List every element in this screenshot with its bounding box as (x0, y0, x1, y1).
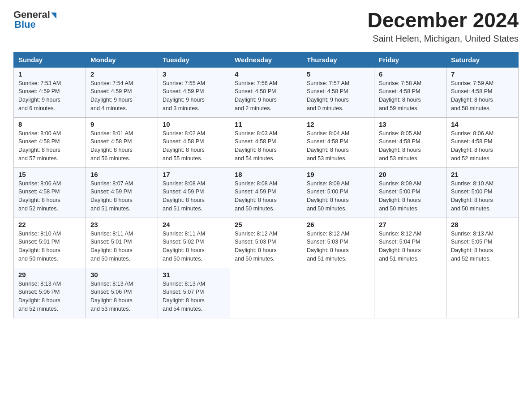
calendar-cell: 14 Sunrise: 8:06 AMSunset: 4:58 PMDaylig… (446, 117, 519, 167)
day-number: 10 (163, 120, 225, 128)
day-number: 23 (90, 221, 153, 228)
calendar-cell: 10 Sunrise: 8:02 AMSunset: 4:58 PMDaylig… (158, 117, 230, 167)
calendar-week-1: 1 Sunrise: 7:53 AMSunset: 4:59 PMDayligh… (14, 67, 519, 117)
day-info: Sunrise: 8:09 AMSunset: 5:00 PMDaylight:… (307, 180, 369, 213)
day-info: Sunrise: 8:00 AMSunset: 4:58 PMDaylight:… (18, 129, 81, 163)
day-info: Sunrise: 8:13 AMSunset: 5:07 PMDaylight:… (163, 280, 225, 313)
day-info: Sunrise: 8:12 AMSunset: 5:03 PMDaylight:… (307, 230, 369, 263)
day-info: Sunrise: 7:55 AMSunset: 4:59 PMDaylight:… (163, 79, 225, 113)
calendar-week-3: 15 Sunrise: 8:06 AMSunset: 4:58 PMDaylig… (14, 167, 519, 218)
day-info: Sunrise: 8:11 AMSunset: 5:01 PMDaylight:… (90, 230, 153, 263)
day-info: Sunrise: 8:01 AMSunset: 4:58 PMDaylight:… (90, 129, 153, 163)
calendar-cell (374, 268, 446, 318)
weekday-header-friday: Friday (374, 52, 446, 67)
day-info: Sunrise: 7:57 AMSunset: 4:58 PMDaylight:… (307, 79, 369, 113)
day-info: Sunrise: 8:08 AMSunset: 4:59 PMDaylight:… (235, 180, 297, 213)
day-number: 15 (18, 171, 81, 178)
logo-blue-text: Blue (14, 19, 36, 30)
day-number: 21 (451, 171, 514, 178)
day-number: 8 (18, 120, 81, 128)
day-info: Sunrise: 8:03 AMSunset: 4:58 PMDaylight:… (235, 129, 297, 163)
day-number: 7 (451, 70, 514, 78)
day-info: Sunrise: 7:59 AMSunset: 4:58 PMDaylight:… (451, 79, 514, 113)
day-number: 13 (379, 120, 442, 128)
day-info: Sunrise: 8:04 AMSunset: 4:58 PMDaylight:… (307, 129, 369, 163)
day-number: 11 (235, 120, 297, 128)
calendar-cell: 1 Sunrise: 7:53 AMSunset: 4:59 PMDayligh… (14, 67, 86, 117)
day-number: 1 (18, 70, 81, 78)
day-number: 12 (307, 120, 369, 128)
month-title: December 2024 (367, 9, 519, 32)
weekday-header-monday: Monday (86, 52, 158, 67)
calendar-cell (446, 268, 519, 318)
day-info: Sunrise: 7:54 AMSunset: 4:59 PMDaylight:… (90, 79, 153, 113)
calendar-cell: 30 Sunrise: 8:13 AMSunset: 5:06 PMDaylig… (86, 268, 158, 318)
day-info: Sunrise: 8:10 AMSunset: 5:00 PMDaylight:… (451, 180, 514, 213)
calendar-cell: 31 Sunrise: 8:13 AMSunset: 5:07 PMDaylig… (158, 268, 230, 318)
day-number: 24 (163, 221, 225, 228)
day-info: Sunrise: 8:06 AMSunset: 4:58 PMDaylight:… (451, 129, 514, 163)
day-number: 17 (163, 171, 225, 178)
day-number: 28 (451, 221, 514, 228)
day-info: Sunrise: 7:56 AMSunset: 4:58 PMDaylight:… (235, 79, 297, 113)
day-number: 9 (90, 120, 153, 128)
day-info: Sunrise: 8:10 AMSunset: 5:01 PMDaylight:… (18, 230, 81, 263)
day-number: 3 (163, 70, 225, 78)
day-info: Sunrise: 8:02 AMSunset: 4:58 PMDaylight:… (163, 129, 225, 163)
day-info: Sunrise: 8:06 AMSunset: 4:58 PMDaylight:… (18, 180, 81, 213)
day-number: 2 (90, 70, 153, 78)
day-info: Sunrise: 7:53 AMSunset: 4:59 PMDaylight:… (18, 79, 81, 113)
calendar-cell: 24 Sunrise: 8:11 AMSunset: 5:02 PMDaylig… (158, 218, 230, 268)
calendar-cell: 25 Sunrise: 8:12 AMSunset: 5:03 PMDaylig… (230, 218, 302, 268)
day-number: 16 (90, 171, 153, 178)
calendar-cell (230, 268, 302, 318)
calendar-cell: 7 Sunrise: 7:59 AMSunset: 4:58 PMDayligh… (446, 67, 519, 117)
day-number: 19 (307, 171, 369, 178)
calendar-week-2: 8 Sunrise: 8:00 AMSunset: 4:58 PMDayligh… (14, 117, 519, 167)
day-number: 22 (18, 221, 81, 228)
calendar-cell: 18 Sunrise: 8:08 AMSunset: 4:59 PMDaylig… (230, 167, 302, 218)
page-header: General Blue December 2024 Saint Helen, … (13, 9, 519, 44)
calendar-cell: 29 Sunrise: 8:13 AMSunset: 5:06 PMDaylig… (14, 268, 86, 318)
weekday-header-row: SundayMondayTuesdayWednesdayThursdayFrid… (14, 52, 519, 67)
calendar-cell: 8 Sunrise: 8:00 AMSunset: 4:58 PMDayligh… (14, 117, 86, 167)
weekday-header-sunday: Sunday (14, 52, 86, 67)
day-info: Sunrise: 7:58 AMSunset: 4:58 PMDaylight:… (379, 79, 442, 113)
day-info: Sunrise: 8:08 AMSunset: 4:59 PMDaylight:… (163, 180, 225, 213)
weekday-header-saturday: Saturday (446, 52, 519, 67)
day-info: Sunrise: 8:13 AMSunset: 5:05 PMDaylight:… (451, 230, 514, 263)
day-number: 30 (90, 271, 153, 278)
day-info: Sunrise: 8:12 AMSunset: 5:04 PMDaylight:… (379, 230, 442, 263)
calendar-week-4: 22 Sunrise: 8:10 AMSunset: 5:01 PMDaylig… (14, 218, 519, 268)
calendar-cell: 28 Sunrise: 8:13 AMSunset: 5:05 PMDaylig… (446, 218, 519, 268)
calendar-cell: 16 Sunrise: 8:07 AMSunset: 4:59 PMDaylig… (86, 167, 158, 218)
day-info: Sunrise: 8:07 AMSunset: 4:59 PMDaylight:… (90, 180, 153, 213)
day-number: 18 (235, 171, 297, 178)
calendar-cell: 12 Sunrise: 8:04 AMSunset: 4:58 PMDaylig… (302, 117, 374, 167)
calendar-cell: 2 Sunrise: 7:54 AMSunset: 4:59 PMDayligh… (86, 67, 158, 117)
day-number: 31 (163, 271, 225, 278)
calendar-cell: 20 Sunrise: 8:09 AMSunset: 5:00 PMDaylig… (374, 167, 446, 218)
calendar-cell: 23 Sunrise: 8:11 AMSunset: 5:01 PMDaylig… (86, 218, 158, 268)
day-number: 26 (307, 221, 369, 228)
calendar-week-5: 29 Sunrise: 8:13 AMSunset: 5:06 PMDaylig… (14, 268, 519, 318)
calendar-table: SundayMondayTuesdayWednesdayThursdayFrid… (13, 52, 519, 318)
calendar-cell: 5 Sunrise: 7:57 AMSunset: 4:58 PMDayligh… (302, 67, 374, 117)
calendar-cell: 21 Sunrise: 8:10 AMSunset: 5:00 PMDaylig… (446, 167, 519, 218)
calendar-cell: 4 Sunrise: 7:56 AMSunset: 4:58 PMDayligh… (230, 67, 302, 117)
logo-arrow-icon (51, 13, 56, 19)
day-number: 25 (235, 221, 297, 228)
day-number: 20 (379, 171, 442, 178)
calendar-cell: 6 Sunrise: 7:58 AMSunset: 4:58 PMDayligh… (374, 67, 446, 117)
day-info: Sunrise: 8:12 AMSunset: 5:03 PMDaylight:… (235, 230, 297, 263)
calendar-cell: 26 Sunrise: 8:12 AMSunset: 5:03 PMDaylig… (302, 218, 374, 268)
day-info: Sunrise: 8:13 AMSunset: 5:06 PMDaylight:… (18, 280, 81, 313)
weekday-header-wednesday: Wednesday (230, 52, 302, 67)
calendar-cell: 17 Sunrise: 8:08 AMSunset: 4:59 PMDaylig… (158, 167, 230, 218)
day-number: 29 (18, 271, 81, 278)
day-info: Sunrise: 8:13 AMSunset: 5:06 PMDaylight:… (90, 280, 153, 313)
calendar-cell: 3 Sunrise: 7:55 AMSunset: 4:59 PMDayligh… (158, 67, 230, 117)
day-info: Sunrise: 8:05 AMSunset: 4:58 PMDaylight:… (379, 129, 442, 163)
day-number: 27 (379, 221, 442, 228)
calendar-cell (302, 268, 374, 318)
